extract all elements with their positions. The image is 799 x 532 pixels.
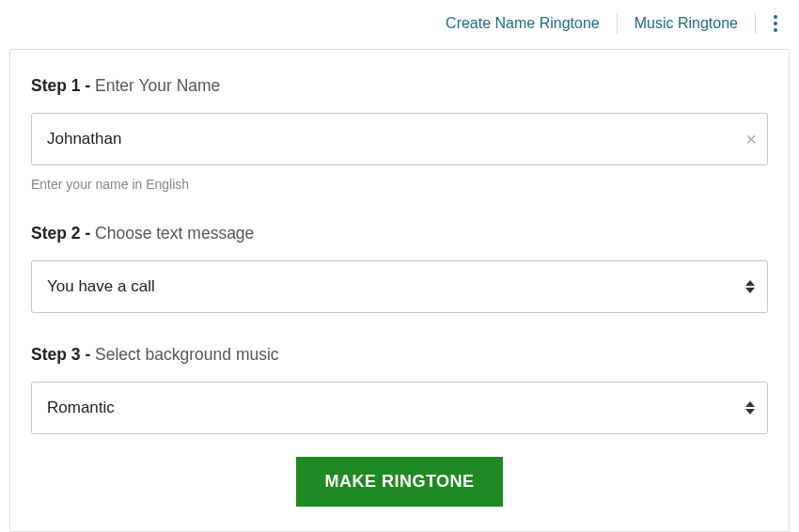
clear-icon[interactable]: × — [745, 130, 757, 149]
step-2-label: Step 2 - Choose text message — [31, 224, 768, 243]
step-3-text: Select background music — [95, 345, 279, 364]
music-select-value: Romantic — [47, 399, 115, 417]
music-select-wrap: Romantic — [31, 382, 768, 434]
step-3-prefix: Step 3 - — [31, 345, 95, 364]
message-select-wrap: You have a call — [31, 260, 768, 313]
nav-divider — [755, 13, 756, 34]
message-select-value: You have a call — [47, 277, 155, 296]
step-1-text: Enter Your Name — [95, 76, 220, 95]
nav-create-name-ringtone[interactable]: Create Name Ringtone — [429, 13, 617, 34]
step-3-label: Step 3 - Select background music — [31, 345, 768, 365]
name-hint: Enter your name in English — [31, 177, 768, 192]
step-2-block: Step 2 - Choose text message You have a … — [31, 224, 768, 313]
step-2-prefix: Step 2 - — [31, 224, 95, 243]
music-select[interactable]: Romantic — [31, 382, 768, 434]
message-select[interactable]: You have a call — [31, 260, 768, 313]
make-ringtone-button[interactable]: MAKE RINGTONE — [296, 457, 502, 507]
step-1-block: Step 1 - Enter Your Name × Enter your na… — [31, 76, 768, 192]
nav-music-ringtone[interactable]: Music Ringtone — [618, 13, 755, 34]
kebab-menu-icon[interactable] — [763, 13, 788, 34]
ringtone-form-card: Step 1 - Enter Your Name × Enter your na… — [9, 49, 790, 532]
step-1-prefix: Step 1 - — [31, 76, 95, 95]
step-3-block: Step 3 - Select background music Romanti… — [31, 345, 768, 434]
submit-row: MAKE RINGTONE — [31, 457, 768, 507]
name-input[interactable] — [31, 113, 768, 165]
step-1-label: Step 1 - Enter Your Name — [31, 76, 768, 96]
name-input-wrap: × — [31, 113, 768, 165]
top-nav: Create Name Ringtone Music Ringtone — [0, 0, 799, 43]
step-2-text: Choose text message — [95, 224, 254, 243]
